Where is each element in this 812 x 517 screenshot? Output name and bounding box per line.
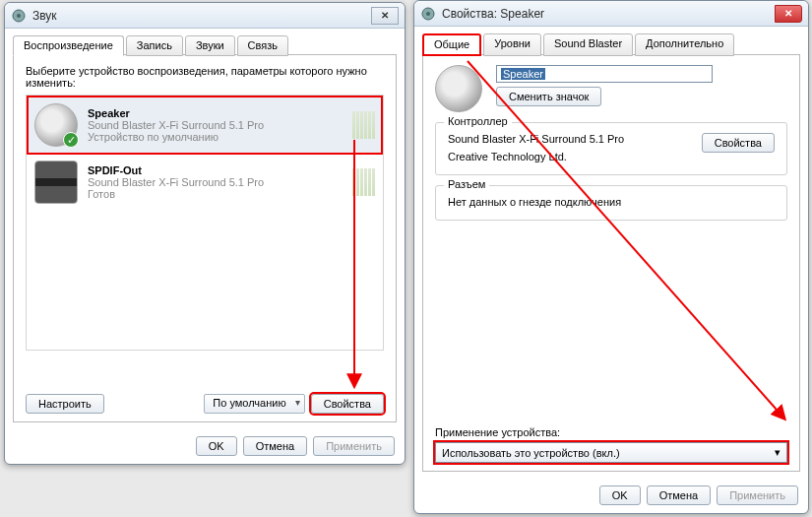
tab-soundblaster[interactable]: Sound Blaster — [543, 33, 633, 56]
apply-button[interactable]: Применить — [717, 485, 798, 505]
close-button[interactable]: ✕ — [371, 7, 399, 25]
speaker-icon — [11, 8, 27, 24]
tab-advanced[interactable]: Дополнительно — [635, 33, 734, 56]
device-big-icon — [435, 65, 482, 112]
controller-legend: Контроллер — [444, 115, 512, 127]
device-info: Speaker Sound Blaster X-Fi Surround 5.1 … — [88, 107, 343, 143]
properties-button[interactable]: Свойства — [311, 394, 384, 414]
controller-group: Контроллер Sound Blaster X-Fi Surround 5… — [435, 122, 787, 175]
properties-dialog-buttons: OK Отмена Применить — [414, 478, 808, 513]
properties-title: Свойства: Speaker — [442, 7, 775, 21]
device-action-row: Настроить По умолчанию Свойства — [26, 386, 384, 414]
tab-sounds[interactable]: Звуки — [185, 35, 235, 56]
device-info: SPDIF-Out Sound Blaster X-Fi Surround 5.… — [88, 164, 343, 200]
device-driver: Sound Blaster X-Fi Surround 5.1 Pro — [88, 176, 343, 188]
device-usage-dropdown[interactable]: Использовать это устройство (вкл.) ▾ — [435, 442, 787, 463]
playback-pane: Выберите устройство воспроизведения, пар… — [13, 54, 397, 422]
ok-button[interactable]: OK — [196, 436, 237, 456]
tab-levels[interactable]: Уровни — [483, 33, 541, 56]
tab-general[interactable]: Общие — [422, 33, 481, 56]
properties-tabs: Общие Уровни Sound Blaster Дополнительно — [422, 32, 800, 55]
properties-window: Свойства: Speaker ✕ Общие Уровни Sound B… — [413, 0, 809, 514]
jack-group: Разъем Нет данных о гнезде подключения — [435, 185, 787, 221]
configure-button[interactable]: Настроить — [26, 394, 104, 414]
close-button[interactable]: ✕ — [775, 5, 802, 23]
tab-recording[interactable]: Запись — [126, 35, 183, 56]
device-name: SPDIF-Out — [88, 164, 343, 176]
device-driver: Sound Blaster X-Fi Surround 5.1 Pro — [88, 119, 343, 131]
controller-device: Sound Blaster X-Fi Surround 5.1 Pro — [448, 133, 690, 145]
sound-dialog-buttons: OK Отмена Применить — [5, 428, 405, 464]
spdif-icon — [34, 161, 78, 204]
controller-properties-button[interactable]: Свойства — [702, 133, 775, 153]
cancel-button[interactable]: Отмена — [243, 436, 307, 456]
speaker-large-icon: ✓ — [34, 103, 78, 147]
level-meter — [352, 168, 375, 196]
device-status: Готов — [88, 188, 343, 200]
tab-playback[interactable]: Воспроизведение — [13, 35, 124, 56]
name-row: Speaker Сменить значок — [435, 65, 787, 112]
svg-point-3 — [426, 12, 430, 16]
default-check-icon: ✓ — [63, 132, 79, 148]
usage-label: Применение устройства: — [435, 426, 787, 438]
sound-window: Звук ✕ Воспроизведение Запись Звуки Связ… — [4, 2, 406, 465]
jack-text: Нет данных о гнезде подключения — [448, 196, 775, 208]
instruction-text: Выберите устройство воспроизведения, пар… — [26, 65, 384, 89]
sound-tabs: Воспроизведение Запись Звуки Связь — [13, 34, 397, 55]
device-name: Speaker — [88, 107, 343, 119]
properties-titlebar: Свойства: Speaker ✕ — [414, 1, 808, 27]
apply-button[interactable]: Применить — [313, 436, 395, 456]
svg-point-1 — [17, 14, 21, 18]
tab-communications[interactable]: Связь — [237, 35, 288, 56]
jack-legend: Разъем — [444, 178, 489, 190]
speaker-icon — [420, 6, 436, 22]
device-status: Устройство по умолчанию — [88, 131, 343, 143]
sound-titlebar: Звук ✕ — [5, 3, 405, 29]
change-icon-button[interactable]: Сменить значок — [496, 87, 601, 106]
sound-title: Звук — [32, 9, 371, 23]
cancel-button[interactable]: Отмена — [647, 485, 711, 505]
device-name-input[interactable]: Speaker — [496, 65, 713, 83]
set-default-dropdown[interactable]: По умолчанию — [204, 394, 304, 414]
ok-button[interactable]: OK — [599, 485, 641, 505]
level-meter — [352, 111, 375, 139]
chevron-down-icon: ▾ — [775, 446, 781, 459]
device-spdif[interactable]: SPDIF-Out Sound Blaster X-Fi Surround 5.… — [29, 155, 381, 210]
device-list: ✓ Speaker Sound Blaster X-Fi Surround 5.… — [26, 95, 384, 351]
general-pane: Speaker Сменить значок Контроллер Sound … — [422, 54, 800, 472]
controller-vendor: Creative Technology Ltd. — [448, 151, 690, 162]
device-speaker[interactable]: ✓ Speaker Sound Blaster X-Fi Surround 5.… — [29, 97, 381, 153]
